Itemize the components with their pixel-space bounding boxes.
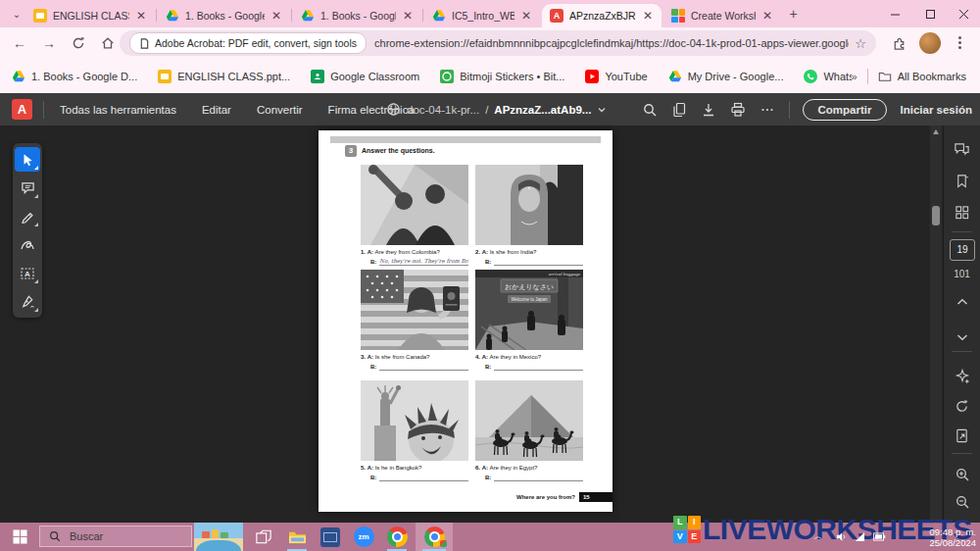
menu-all-tools[interactable]: Todas las herramientas bbox=[60, 104, 176, 116]
tab-pdf-active[interactable]: A APznzaZxBJRSMOrtY ✕ bbox=[542, 4, 662, 27]
tab-close-icon[interactable]: ✕ bbox=[135, 10, 147, 22]
page-view-icon[interactable] bbox=[944, 424, 980, 447]
divider bbox=[952, 231, 972, 232]
comment-tool[interactable] bbox=[13, 174, 42, 202]
draw-tool[interactable] bbox=[13, 230, 42, 259]
photo-two-friends bbox=[361, 165, 468, 245]
extensions-icon[interactable] bbox=[887, 31, 910, 55]
tab-close-icon[interactable]: ✕ bbox=[761, 10, 773, 22]
app-button-blue[interactable] bbox=[314, 523, 347, 551]
tab-books-2[interactable]: 1. Books - Google Dr ✕ bbox=[293, 4, 421, 27]
tab-create-worksheet[interactable]: Create Worksheet | L ✕ bbox=[663, 4, 781, 27]
window-close-button[interactable] bbox=[947, 0, 980, 27]
next-page-icon[interactable] bbox=[944, 326, 980, 349]
start-button[interactable] bbox=[0, 523, 39, 551]
question-cell-3: 3. A: Is she from Canada? B: bbox=[361, 270, 468, 371]
task-view-button[interactable] bbox=[247, 523, 280, 551]
tab-close-icon[interactable]: ✕ bbox=[270, 10, 282, 22]
divider bbox=[867, 69, 868, 84]
bookmarks-bar: 1. Books - Google D... ENGLISH CLASS.ppt… bbox=[0, 59, 980, 93]
zoom-in-icon[interactable] bbox=[944, 463, 980, 486]
bookmarks-overflow-chevron[interactable]: » bbox=[852, 71, 858, 82]
slides-icon bbox=[33, 9, 47, 23]
bookmarks-list: 1. Books - Google D... ENGLISH CLASS.ppt… bbox=[0, 70, 852, 83]
taskbar-search[interactable] bbox=[39, 526, 192, 547]
search-icon[interactable] bbox=[642, 101, 659, 118]
worksheet-footer-title: Where are you from? bbox=[436, 494, 575, 500]
taskbar-clock[interactable]: 09:48 p. m. 25/08/2024 bbox=[883, 526, 976, 548]
page-thumbnails-icon[interactable] bbox=[944, 200, 980, 224]
breadcrumb[interactable]: doc-04-1k-pr... bbox=[407, 104, 479, 116]
zoom-app-button[interactable]: zm bbox=[347, 523, 380, 551]
document-icon bbox=[139, 38, 150, 49]
bookmarks-panel-icon[interactable] bbox=[944, 169, 980, 192]
bookmark-google-classroom[interactable]: Google Classroom bbox=[311, 70, 419, 83]
tray-show-hidden-icons[interactable]: ︿ bbox=[809, 523, 827, 551]
acrobat-logo-icon[interactable]: A bbox=[12, 99, 32, 120]
back-icon[interactable]: ← bbox=[8, 31, 31, 55]
print-icon[interactable] bbox=[730, 101, 747, 118]
scrollbar-thumb[interactable] bbox=[932, 206, 940, 225]
fill-sign-tool[interactable] bbox=[13, 287, 42, 316]
more-options-icon[interactable] bbox=[760, 101, 776, 118]
share-button[interactable]: Compartir bbox=[803, 99, 888, 121]
pen-icon bbox=[21, 209, 35, 224]
photo-japan-airport: arrival baggageおかえりなさいWelcome to Japan bbox=[475, 270, 583, 350]
pages-icon[interactable] bbox=[671, 101, 688, 118]
extension-chip-label: Adobe Acrobat: PDF edit, convert, sign t… bbox=[155, 37, 357, 49]
zoom-out-icon[interactable] bbox=[944, 490, 980, 514]
vertical-scrollbar[interactable] bbox=[930, 125, 942, 523]
window-restore-button[interactable] bbox=[913, 0, 947, 27]
ai-assistant-icon[interactable] bbox=[944, 365, 980, 388]
scroll-up-icon[interactable] bbox=[933, 129, 939, 134]
tab-close-icon[interactable]: ✕ bbox=[402, 10, 414, 22]
download-icon[interactable] bbox=[701, 101, 717, 118]
bookmark-my-drive[interactable]: My Drive - Google... bbox=[668, 70, 784, 83]
add-text-tool[interactable]: A bbox=[13, 259, 42, 287]
svg-text:arrival baggage: arrival baggage bbox=[549, 272, 581, 276]
extension-chip[interactable]: Adobe Acrobat: PDF edit, convert, sign t… bbox=[129, 32, 367, 54]
chrome-button[interactable] bbox=[380, 523, 414, 551]
previous-page-icon[interactable] bbox=[944, 290, 980, 314]
forward-icon[interactable]: → bbox=[37, 31, 61, 55]
bookmark-books[interactable]: 1. Books - Google D... bbox=[12, 70, 137, 83]
tab-close-icon[interactable]: ✕ bbox=[642, 10, 654, 22]
url-text: chrome-extension://efaidnbmnnnibpcajpcgl… bbox=[374, 37, 849, 49]
profile-avatar[interactable] bbox=[919, 32, 941, 54]
sign-in-button[interactable]: Iniciar sesión bbox=[900, 104, 972, 116]
tab-close-icon[interactable]: ✕ bbox=[520, 10, 532, 22]
new-tab-button[interactable]: + bbox=[785, 6, 802, 23]
bookmark-english-class[interactable]: ENGLISH CLASS.ppt... bbox=[158, 70, 290, 83]
bookmarks-right: » All Bookmarks bbox=[852, 69, 980, 84]
rotate-page-icon[interactable] bbox=[944, 394, 980, 418]
tab-search-icon[interactable]: ⌄ bbox=[8, 6, 25, 24]
menu-convert[interactable]: Convertir bbox=[257, 104, 303, 116]
window-minimize-button[interactable] bbox=[878, 0, 911, 27]
chevron-down-icon[interactable] bbox=[597, 105, 607, 115]
widgets-weather-button[interactable] bbox=[194, 523, 243, 551]
tab-english-class[interactable]: ENGLISH CLASS.pptx ✕ bbox=[25, 4, 155, 27]
address-bar[interactable]: Adobe Acrobat: PDF edit, convert, sign t… bbox=[120, 30, 876, 56]
bookmark-star-icon[interactable]: ☆ bbox=[855, 36, 866, 51]
select-tool[interactable] bbox=[13, 145, 42, 174]
search-input[interactable] bbox=[68, 529, 184, 543]
drive-icon bbox=[12, 70, 25, 83]
all-bookmarks-button[interactable]: All Bookmarks bbox=[878, 70, 966, 83]
bookmark-bitmoji[interactable]: Bitmoji Stickers • Bit... bbox=[440, 70, 564, 83]
tab-books-1[interactable]: 1. Books - Google Dr ✕ bbox=[158, 4, 290, 27]
tab-ic5-intro-wb[interactable]: IC5_Intro_WB.pdf - G ✕ bbox=[424, 4, 540, 27]
left-tool-rail: A bbox=[13, 143, 42, 318]
current-page-input[interactable]: 19 bbox=[950, 239, 975, 261]
browser-menu-icon[interactable] bbox=[958, 36, 961, 39]
menu-edit[interactable]: Editar bbox=[202, 104, 231, 116]
highlight-tool[interactable] bbox=[13, 202, 42, 230]
reload-icon[interactable] bbox=[67, 31, 90, 55]
home-icon[interactable] bbox=[96, 31, 120, 55]
bookmark-whatsapp[interactable]: WhatsApp bbox=[804, 70, 851, 83]
chrome-active-window-button[interactable] bbox=[416, 523, 453, 551]
photo-indian-girl bbox=[475, 165, 583, 245]
document-name[interactable]: APznzaZ...atAb9... bbox=[494, 104, 591, 116]
bookmark-youtube[interactable]: YouTube bbox=[585, 70, 647, 83]
file-explorer-button[interactable] bbox=[280, 523, 314, 551]
comments-panel-icon[interactable] bbox=[944, 137, 980, 161]
